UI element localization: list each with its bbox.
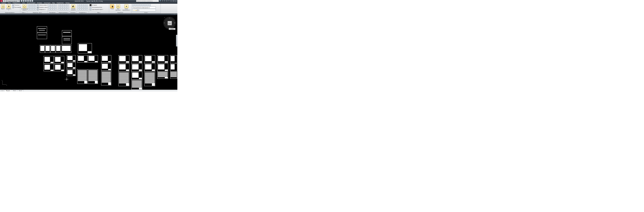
md-icon-6[interactable] — [58, 6, 60, 8]
drawing-canvas[interactable]: ⌂ Верх С Ю В З МСК ▾ Y X — [0, 15, 177, 90]
md-icon-4[interactable] — [65, 4, 67, 6]
dr-icon-11[interactable] — [53, 9, 55, 11]
drawing-restore-button[interactable]: ❐ — [173, 14, 175, 15]
dr-icon-5[interactable] — [48, 6, 50, 8]
se-icon-9[interactable] — [28, 9, 30, 11]
viewport-button[interactable]: ▭Один видовой экран ▾ — [90, 9, 108, 11]
minimize-button[interactable]: — — [170, 0, 172, 2]
dr-icon-7[interactable] — [53, 6, 55, 8]
tab-insert[interactable]: Вставка — [36, 2, 43, 4]
panel-solid-editing-title[interactable]: Редактир. тело — [27, 12, 48, 13]
co-icon-13[interactable] — [82, 9, 84, 11]
panel-coords-title[interactable]: Координаты — [77, 12, 89, 13]
app-menu-button[interactable]: A — [0, 0, 2, 2]
panel-draw-title[interactable]: Рисование — [48, 12, 58, 13]
tab-surface[interactable]: Поверхность — [12, 2, 21, 4]
namedview-button[interactable]: ⌖Несохраненный вид — [90, 6, 108, 8]
tab-home[interactable]: Главная — [0, 2, 7, 4]
dr-icon-12[interactable] — [55, 9, 57, 11]
se-icon-11[interactable] — [32, 9, 34, 11]
co-icon-11[interactable] — [78, 9, 79, 11]
panel-section-title[interactable]: Сечение — [70, 12, 77, 13]
se-icon-7[interactable] — [32, 6, 34, 8]
co-icon-3[interactable] — [82, 4, 84, 6]
tab-annotate[interactable]: Аннотации — [43, 2, 51, 4]
co-icon-5[interactable] — [86, 4, 88, 6]
section-plane-button[interactable]: ◩ Секущая плоскость — [70, 4, 76, 11]
viewcube-face[interactable]: Верх — [168, 21, 172, 25]
md-icon-8[interactable] — [62, 6, 64, 8]
extract-edges-button[interactable]: ≡Извлечь ребра ▾ — [37, 4, 48, 6]
layer-icon-5[interactable] — [142, 4, 144, 6]
layer-state-combo[interactable]: Несохраненная конфигурация сл — [132, 7, 156, 9]
md-icon-15[interactable] — [67, 9, 69, 11]
co-icon-9[interactable] — [84, 6, 86, 8]
layer-icon-7[interactable] — [146, 4, 148, 6]
co-icon-6[interactable] — [78, 6, 79, 8]
co-icon-15[interactable] — [86, 9, 88, 11]
panel-view-title[interactable]: Вид — [89, 12, 109, 13]
dr-icon-6[interactable] — [50, 6, 52, 8]
drawing-minimize-button[interactable]: — — [171, 14, 173, 15]
co-icon-4[interactable] — [84, 4, 86, 6]
separate-button[interactable]: ◫Разделить ▾ — [37, 9, 48, 11]
close-button[interactable]: ✕ — [174, 0, 177, 2]
exchange-icon[interactable]: ✕ — [164, 0, 165, 2]
viewcube-west[interactable]: З — [164, 22, 165, 24]
move-gizmo-button[interactable]: ✦ Гизмо перемещения — [122, 4, 131, 11]
help-icon[interactable]: ? — [168, 0, 169, 2]
se-icon-8[interactable] — [34, 6, 36, 8]
md-icon-9[interactable] — [65, 6, 67, 8]
se-icon-6[interactable] — [30, 6, 32, 8]
signin-icon[interactable]: ▾ — [162, 0, 163, 2]
md-icon-10[interactable] — [67, 6, 69, 8]
md-icon-2[interactable] — [60, 4, 62, 6]
box-button[interactable]: ▢ Ящик — [0, 4, 5, 10]
viewcube-north[interactable]: С — [169, 17, 170, 19]
tab-solid[interactable]: Тело — [7, 2, 12, 4]
extrude-button[interactable]: ⬍ Выдавить — [6, 4, 12, 11]
qat-open-icon[interactable] — [23, 0, 24, 2]
tab-output[interactable]: Вывод — [65, 2, 70, 4]
se-icon-12[interactable] — [34, 9, 36, 11]
se-icon-1[interactable] — [28, 4, 30, 6]
viewcube[interactable]: ⌂ Верх С Ю В З — [163, 17, 176, 29]
qat-undo-icon[interactable] — [27, 0, 29, 2]
current-layer-combo[interactable]: ● ☀ 🔓 0 — [132, 9, 156, 11]
panel-mesh-title[interactable]: Сеть — [20, 12, 27, 13]
layer-icon-2[interactable] — [135, 4, 136, 6]
md-icon-3[interactable] — [62, 4, 64, 6]
dr-icon-10[interactable] — [50, 9, 52, 11]
co-icon-2[interactable] — [80, 4, 82, 6]
co-icon-10[interactable] — [86, 6, 88, 8]
tab-layout2[interactable]: Лист2 — [18, 90, 23, 91]
search-input[interactable]: Введите ключевое слово/фразу — [136, 0, 159, 2]
dr-icon-9[interactable] — [48, 9, 50, 11]
md-icon-13[interactable] — [62, 9, 64, 11]
layer-icon-1[interactable] — [132, 4, 134, 6]
dr-icon-4[interactable] — [55, 4, 57, 6]
md-icon-12[interactable] — [60, 9, 62, 11]
drawing-close-button[interactable]: ✕ — [175, 14, 177, 15]
layer-icon-6[interactable] — [144, 4, 146, 6]
dr-icon-2[interactable] — [50, 4, 52, 6]
md-icon-11[interactable] — [58, 9, 60, 11]
dr-icon-3[interactable] — [53, 4, 55, 6]
co-icon-1[interactable] — [78, 4, 79, 6]
polysolid-button[interactable]: ▭Политело — [12, 4, 21, 6]
se-icon-10[interactable] — [30, 9, 32, 11]
co-icon-12[interactable] — [80, 9, 82, 11]
workspace-switcher[interactable]: ◫ 3D моделирование ▾ — [3, 0, 20, 2]
md-icon-1[interactable] — [58, 4, 60, 6]
extrude-faces-button[interactable]: ◪Выдавить грани ▾ — [37, 6, 48, 8]
layout-nav-buttons[interactable]: ◂ ◂ ▸ ▸ — [0, 90, 4, 91]
tab-model[interactable]: Модель — [4, 90, 12, 91]
se-icon-2[interactable] — [30, 4, 32, 6]
dr-icon-1[interactable] — [48, 4, 50, 6]
layer-icon-8[interactable] — [149, 4, 151, 6]
se-icon-4[interactable] — [34, 4, 36, 6]
culling-button[interactable]: ◨ Отсев — [110, 4, 114, 10]
md-icon-5[interactable] — [67, 4, 69, 6]
qat-redo-icon[interactable] — [30, 0, 31, 2]
md-icon-14[interactable] — [65, 9, 67, 11]
